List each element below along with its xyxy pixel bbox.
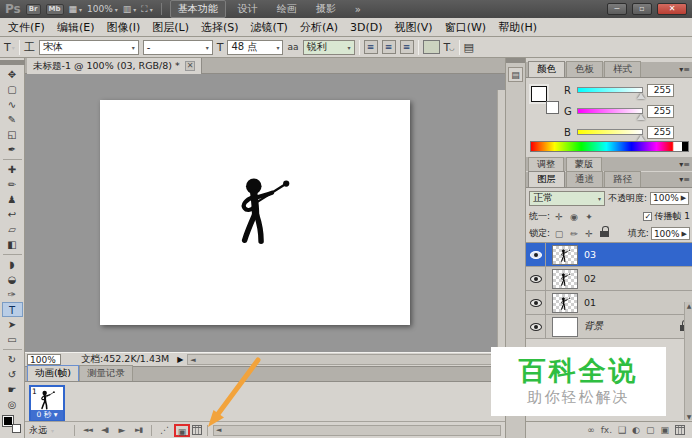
animation-frame-1[interactable]: 1 0 秒 ▾ [29, 385, 65, 422]
scroll-left-icon[interactable]: ◄ [188, 356, 197, 364]
foreground-background-swatches[interactable] [2, 415, 22, 433]
pen-tool[interactable]: ✑ [2, 287, 23, 302]
type-tool-preset-button[interactable]: T▾ [4, 41, 15, 54]
path-selection-tool[interactable]: ➤ [2, 317, 23, 332]
eye-icon[interactable] [530, 275, 542, 283]
workspace-paint-button[interactable]: 绘画 [270, 1, 304, 17]
horizontal-scrollbar[interactable]: ◄ [187, 354, 503, 365]
menu-select[interactable]: 选择(S) [195, 20, 245, 35]
document-tab[interactable]: 未标题-1 @ 100% (03, RGB/8) * ✕ [27, 58, 202, 74]
3d-rotate-tool[interactable]: ↻ [2, 352, 23, 367]
layer-row-background[interactable]: 背景 [526, 315, 692, 339]
blue-value-field[interactable]: 255 [647, 126, 674, 139]
layers-scrollbar[interactable]: ▲ ▼ [684, 302, 692, 420]
tab-layers[interactable]: 图层 [528, 171, 565, 187]
visibility-cell[interactable] [526, 267, 546, 290]
guides-dropdown[interactable]: ▦▾ [69, 4, 83, 14]
toggle-panels-button[interactable]: ▤ [464, 41, 474, 54]
bridge-button[interactable]: Br [26, 4, 41, 15]
workspace-photo-button[interactable]: 摄影 [309, 1, 343, 17]
zoom-level-dropdown[interactable]: 100%▾ [87, 4, 118, 14]
arrange-documents-dropdown[interactable]: ▥▾ [123, 4, 137, 14]
dodge-tool[interactable]: ◒ [2, 272, 23, 287]
lock-transparency-icon[interactable]: ▢ [553, 229, 565, 239]
layer-thumbnail[interactable] [552, 269, 578, 289]
menu-file[interactable]: 文件(F) [2, 20, 51, 35]
crop-tool[interactable]: ◱ [2, 127, 23, 142]
adjustment-layer-icon[interactable]: ◐ [632, 425, 640, 435]
menu-analysis[interactable]: 分析(A) [294, 20, 344, 35]
workspace-more-button[interactable]: » [348, 3, 368, 16]
history-brush-tool[interactable]: ↩ [2, 207, 23, 222]
visibility-cell[interactable] [526, 243, 546, 266]
layer-thumbnail[interactable] [552, 317, 578, 337]
workspace-design-button[interactable]: 设计 [231, 1, 265, 17]
quick-selection-tool[interactable]: ✎ [2, 112, 23, 127]
menu-edit[interactable]: 编辑(E) [51, 20, 101, 35]
align-right-button[interactable]: ≡ [400, 40, 414, 54]
menu-image[interactable]: 图像(I) [100, 20, 146, 35]
status-flyout-icon[interactable]: ▶ [177, 355, 183, 364]
opacity-field[interactable]: 100%▶ [650, 192, 689, 205]
tab-styles[interactable]: 样式 [604, 61, 641, 77]
tab-animation-frames[interactable]: 动画(帧) [27, 365, 79, 381]
lasso-tool[interactable]: ∿ [2, 97, 23, 112]
mini-bridge-button[interactable]: Mb [46, 4, 64, 15]
move-tool[interactable]: ✥ [2, 67, 23, 82]
next-frame-button[interactable]: ►▮ [131, 426, 146, 434]
tab-measurement-log[interactable]: 测量记录 [79, 365, 133, 381]
anti-alias-select[interactable]: 锐利▾ [303, 40, 355, 55]
font-family-select[interactable]: 宋体▾ [39, 40, 139, 55]
menu-3d[interactable]: 3D(D) [344, 21, 389, 34]
font-size-select[interactable]: 48 点▾ [227, 40, 283, 55]
workspace-basic-button[interactable]: 基本功能 [170, 0, 226, 18]
frames-scrollbar[interactable]: ◄ [213, 425, 501, 436]
panel-menu-icon[interactable]: ▾≡ [679, 175, 690, 184]
delete-layer-icon[interactable] [675, 425, 685, 435]
type-tool[interactable]: T [2, 302, 23, 317]
menu-help[interactable]: 帮助(H) [492, 20, 543, 35]
foreground-color-swatch[interactable] [531, 86, 547, 102]
eye-icon[interactable] [530, 299, 542, 307]
align-center-button[interactable]: ≡ [382, 40, 396, 54]
new-layer-icon[interactable]: ▣ [660, 425, 669, 435]
duplicate-frame-button[interactable]: ▣ [174, 424, 190, 437]
blur-tool[interactable]: ◗ [2, 257, 23, 272]
unify-visibility-icon[interactable]: ◉ [568, 212, 580, 222]
menu-view[interactable]: 视图(V) [389, 20, 439, 35]
link-layers-icon[interactable]: ∞ [587, 425, 595, 435]
layer-row-03[interactable]: 03 [526, 243, 692, 267]
close-button[interactable]: ✕ [657, 3, 687, 15]
shape-tool[interactable]: ▭ [2, 332, 23, 347]
scroll-up-icon[interactable]: ▲ [685, 302, 692, 309]
red-slider-thumb[interactable] [637, 93, 645, 99]
tab-adjustments[interactable]: 调整 [528, 157, 564, 172]
brush-tool[interactable]: ✏ [2, 177, 23, 192]
eye-icon[interactable] [530, 323, 542, 331]
layer-row-01[interactable]: 01 [526, 291, 692, 315]
menu-layer[interactable]: 图层(L) [146, 20, 195, 35]
color-spectrum-ramp[interactable] [530, 141, 689, 152]
lock-pixels-icon[interactable]: ✏ [568, 229, 580, 239]
tab-color[interactable]: 颜色 [528, 61, 565, 77]
green-slider-thumb[interactable] [637, 114, 645, 120]
vertical-scrollbar[interactable] [497, 90, 505, 368]
background-color-swatch[interactable] [12, 424, 21, 433]
frame-delay-select[interactable]: 0 秒 ▾ [31, 410, 63, 420]
status-zoom-field[interactable]: 100% [27, 354, 61, 365]
menu-filter[interactable]: 滤镜(T) [245, 20, 294, 35]
healing-brush-tool[interactable]: ✚ [2, 162, 23, 177]
panel-grip[interactable] [506, 58, 525, 63]
history-panel-icon[interactable]: ▤ [508, 67, 523, 82]
unify-position-icon[interactable]: ✛ [553, 212, 565, 222]
first-frame-button[interactable]: ◄◄ [80, 426, 95, 434]
layer-mask-icon[interactable]: ❑ [618, 425, 626, 435]
canvas[interactable] [100, 100, 410, 325]
tab-channels[interactable]: 通道 [566, 171, 603, 187]
delete-frame-button[interactable] [192, 425, 202, 435]
eraser-tool[interactable]: ▱ [2, 222, 23, 237]
hand-tool[interactable]: ☛ [2, 382, 23, 397]
screen-mode-dropdown[interactable]: ⛶▾ [141, 4, 152, 15]
visibility-cell[interactable] [526, 291, 546, 314]
background-color-swatch[interactable] [546, 101, 559, 114]
